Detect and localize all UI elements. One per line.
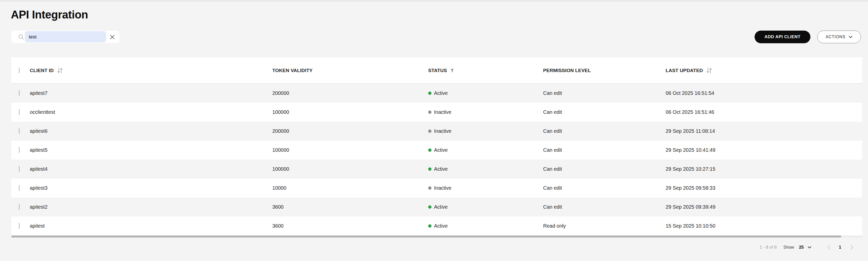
permission-level-cell: Can edit (543, 128, 665, 134)
status-label: Inactive (434, 185, 452, 191)
current-page-number[interactable]: 1 (839, 245, 841, 250)
row-checkbox[interactable] (19, 90, 20, 96)
table-row: apitest4 100000 Active Can edit 29 Sep 2… (11, 160, 862, 179)
token-validity-cell: 10000 (272, 185, 428, 191)
status-label: Active (434, 204, 447, 210)
client-id-cell: apitest (30, 223, 272, 229)
client-id-cell: apitest2 (30, 204, 272, 210)
row-checkbox[interactable] (19, 185, 20, 191)
permission-level-cell: Read only (543, 223, 665, 229)
row-checkbox[interactable] (19, 204, 20, 210)
last-updated-cell: 06 Oct 2025 16:51:46 (665, 109, 862, 115)
last-updated-cell: 06 Oct 2025 16:51:54 (665, 90, 862, 96)
table-row: apitest3 10000 Inactive Can edit 29 Sep … (11, 179, 862, 198)
token-validity-cell: 3600 (272, 223, 428, 229)
token-validity-cell: 100000 (272, 147, 428, 153)
status-dot-icon (428, 167, 432, 171)
row-checkbox[interactable] (19, 223, 20, 229)
table-body: apitest7 200000 Active Can edit 06 Oct 2… (11, 84, 862, 235)
token-validity-cell: 100000 (272, 166, 428, 172)
search-input[interactable] (25, 31, 106, 42)
status-dot-icon (428, 186, 432, 190)
token-validity-cell: 3600 (272, 204, 428, 210)
last-updated-cell: 29 Sep 2025 10:27:15 (665, 166, 862, 172)
token-validity-cell: 200000 (272, 90, 428, 96)
row-checkbox[interactable] (19, 147, 20, 153)
pagination-range: 1 - 8 of 8 (760, 245, 777, 250)
status-dot-icon (428, 148, 432, 152)
status-cell: Active (428, 147, 543, 153)
status-dot-icon (428, 129, 432, 133)
search-box (11, 31, 120, 43)
clear-search-icon[interactable] (109, 34, 116, 40)
column-header-token-validity: TOKEN VALIDITY (272, 68, 312, 74)
search-icon (18, 34, 24, 40)
last-updated-cell: 29 Sep 2025 09:58:33 (665, 185, 862, 191)
permission-level-cell: Can edit (543, 90, 665, 96)
client-id-cell: apitest4 (30, 166, 272, 172)
table-row: apitest7 200000 Active Can edit 06 Oct 2… (11, 84, 862, 103)
last-updated-cell: 29 Sep 2025 10:41:49 (665, 147, 862, 153)
status-label: Active (434, 223, 447, 229)
page-size-value[interactable]: 25 (799, 245, 804, 250)
row-checkbox[interactable] (19, 128, 20, 134)
status-dot-icon (428, 224, 432, 228)
permission-level-cell: Can edit (543, 185, 665, 191)
sort-icon-last-updated[interactable] (706, 67, 712, 74)
next-page-chevron-right-icon[interactable] (850, 245, 854, 250)
table-header-row: CLIENT ID TOKEN VALIDITY STATUS PERMISSI… (11, 57, 862, 84)
status-label: Inactive (434, 128, 452, 134)
status-cell: Inactive (428, 185, 543, 191)
client-id-cell: apitest7 (30, 90, 272, 96)
status-dot-icon (428, 92, 432, 95)
table-row: apitest5 100000 Active Can edit 29 Sep 2… (11, 141, 862, 160)
status-cell: Inactive (428, 128, 543, 134)
token-validity-cell: 200000 (272, 128, 428, 134)
status-label: Inactive (434, 109, 452, 115)
status-dot-icon (428, 111, 432, 114)
status-cell: Active (428, 223, 543, 229)
page-title: API Integration (11, 8, 88, 21)
row-checkbox[interactable] (19, 166, 20, 172)
select-all-checkbox[interactable] (19, 67, 20, 74)
table-row: apitest6 200000 Inactive Can edit 29 Sep… (11, 122, 862, 141)
horizontal-scrollbar[interactable] (11, 235, 862, 237)
status-cell: Inactive (428, 109, 543, 115)
add-api-client-button[interactable]: ADD API CLIENT (754, 31, 810, 43)
status-dot-icon (428, 205, 432, 209)
last-updated-cell: 29 Sep 2025 11:08:14 (665, 128, 862, 134)
permission-level-cell: Can edit (543, 147, 665, 153)
permission-level-cell: Can edit (543, 204, 665, 210)
api-clients-table: CLIENT ID TOKEN VALIDITY STATUS PERMISSI… (11, 57, 862, 235)
status-cell: Active (428, 166, 543, 172)
client-id-cell: apitest6 (30, 128, 272, 134)
column-header-permission-level: PERMISSION LEVEL (543, 68, 591, 74)
client-id-cell: apitest5 (30, 147, 272, 153)
show-label: Show (783, 245, 794, 250)
status-label: Active (434, 166, 447, 172)
table-row: occlienttest 100000 Inactive Can edit 06… (11, 103, 862, 122)
top-strip (0, 0, 868, 2)
client-id-cell: apitest3 (30, 185, 272, 191)
previous-page-chevron-left-icon[interactable] (828, 245, 831, 250)
client-id-cell: occlienttest (30, 109, 272, 115)
column-header-last-updated: LAST UPDATED (665, 68, 703, 74)
last-updated-cell: 29 Sep 2025 09:39:49 (665, 204, 862, 210)
actions-button[interactable]: ACTIONS (817, 31, 861, 43)
table-row: apitest2 3600 Active Can edit 29 Sep 202… (11, 198, 862, 216)
pagination-bar: 1 - 8 of 8 Show 25 1 (760, 241, 854, 254)
status-cell: Active (428, 204, 543, 210)
actions-button-label: ACTIONS (826, 35, 845, 39)
permission-level-cell: Can edit (543, 166, 665, 172)
filter-icon-status[interactable] (450, 68, 454, 72)
last-updated-cell: 15 Sep 2025 10:10:50 (665, 223, 862, 229)
page-size-chevron-down-icon[interactable] (808, 246, 811, 249)
chevron-down-icon (848, 36, 852, 38)
status-label: Active (434, 90, 447, 96)
row-checkbox[interactable] (19, 109, 20, 115)
horizontal-scrollbar-thumb[interactable] (11, 235, 841, 237)
table-row: apitest 3600 Active Read only 15 Sep 202… (11, 216, 862, 235)
status-label: Active (434, 147, 447, 153)
sort-icon-client-id[interactable] (57, 67, 63, 74)
token-validity-cell: 100000 (272, 109, 428, 115)
